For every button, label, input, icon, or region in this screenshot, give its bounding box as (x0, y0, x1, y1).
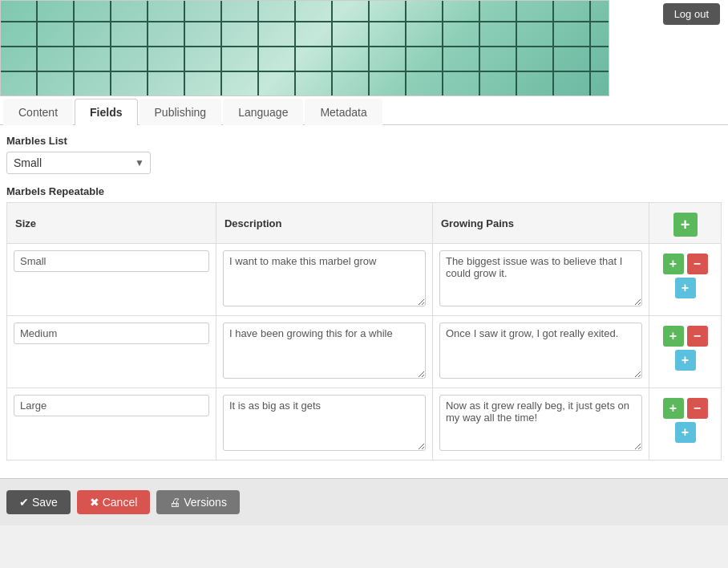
remove-button-3[interactable]: − (687, 398, 708, 419)
cell-desc-2: I have been growing this for a while (216, 316, 432, 388)
header-image (0, 0, 609, 96)
logout-button[interactable]: Log out (663, 3, 720, 25)
tab-bar: Content Fields Publishing Language Metad… (0, 98, 728, 125)
versions-label: Versions (184, 496, 227, 509)
col-actions: + (649, 203, 722, 244)
versions-icon: 🖨 (169, 496, 180, 509)
repeatable-label: Marbels Repeatable (6, 185, 722, 197)
col-size: Size (7, 203, 216, 244)
textarea-gp-1[interactable]: The biggest issue was to believe that I … (439, 250, 642, 306)
cell-actions-3: + − + (649, 388, 722, 460)
textarea-desc-2[interactable]: I have been growing this for a while (223, 323, 426, 379)
checkmark-icon: ✔ (19, 496, 29, 509)
cell-gp-1: The biggest issue was to believe that I … (432, 244, 649, 316)
cancel-button[interactable]: ✖ Cancel (77, 490, 150, 514)
textarea-gp-3[interactable]: Now as it grew really beg, it just gets … (439, 395, 642, 451)
cell-size-1 (7, 244, 216, 316)
remove-button-1[interactable]: − (687, 254, 708, 274)
save-button[interactable]: ✔ Save (6, 490, 71, 514)
add-button-3[interactable]: + (663, 398, 684, 419)
add-row-button[interactable]: + (673, 213, 698, 237)
marbles-list-label: Marbles List (6, 135, 722, 147)
cell-size-3 (7, 388, 216, 460)
repeatable-table: Size Description Growing Pains + (6, 202, 722, 460)
table-row: It is as big as it gets Now as it grew r… (7, 388, 722, 460)
remove-button-2[interactable]: − (687, 326, 708, 347)
table-row: I want to make this marbel grow The bigg… (7, 244, 722, 316)
footer-buttons: ✔ Save ✖ Cancel 🖨 Versions (0, 478, 728, 525)
col-description: Description (216, 203, 432, 244)
textarea-desc-3[interactable]: It is as big as it gets (223, 395, 426, 451)
cell-gp-2: Once I saw it grow, I got really exited. (432, 316, 649, 388)
add-button-2[interactable]: + (663, 326, 684, 347)
input-size-3[interactable] (14, 395, 209, 416)
tab-fields[interactable]: Fields (75, 99, 137, 125)
marbles-list-select-wrapper: Small Medium Large ▼ (6, 152, 151, 174)
save-label: Save (32, 496, 58, 509)
add-button-1[interactable]: + (663, 254, 684, 274)
tab-language[interactable]: Language (223, 99, 303, 125)
textarea-gp-2[interactable]: Once I saw it grow, I got really exited. (439, 323, 642, 379)
x-icon: ✖ (90, 496, 99, 509)
move-button-2[interactable]: + (675, 350, 696, 371)
cell-actions-1: + − + (649, 244, 722, 316)
move-button-1[interactable]: + (675, 278, 696, 298)
cell-gp-3: Now as it grew really beg, it just gets … (432, 388, 649, 460)
cell-size-2 (7, 316, 216, 388)
tab-metadata[interactable]: Metadata (305, 99, 382, 125)
input-size-2[interactable] (14, 323, 209, 344)
textarea-desc-1[interactable]: I want to make this marbel grow (223, 250, 426, 306)
table-row: I have been growing this for a while Onc… (7, 316, 722, 388)
tab-publishing[interactable]: Publishing (140, 99, 222, 125)
tab-content[interactable]: Content (3, 99, 73, 125)
cell-desc-1: I want to make this marbel grow (216, 244, 432, 316)
input-size-1[interactable] (14, 250, 209, 272)
cell-actions-2: + − + (649, 316, 722, 388)
cancel-label: Cancel (103, 496, 138, 509)
cell-desc-3: It is as big as it gets (216, 388, 432, 460)
col-growing-pains: Growing Pains (432, 203, 649, 244)
marbles-list-select[interactable]: Small Medium Large (6, 152, 151, 174)
versions-button[interactable]: 🖨 Versions (156, 490, 240, 514)
move-button-3[interactable]: + (675, 422, 696, 443)
